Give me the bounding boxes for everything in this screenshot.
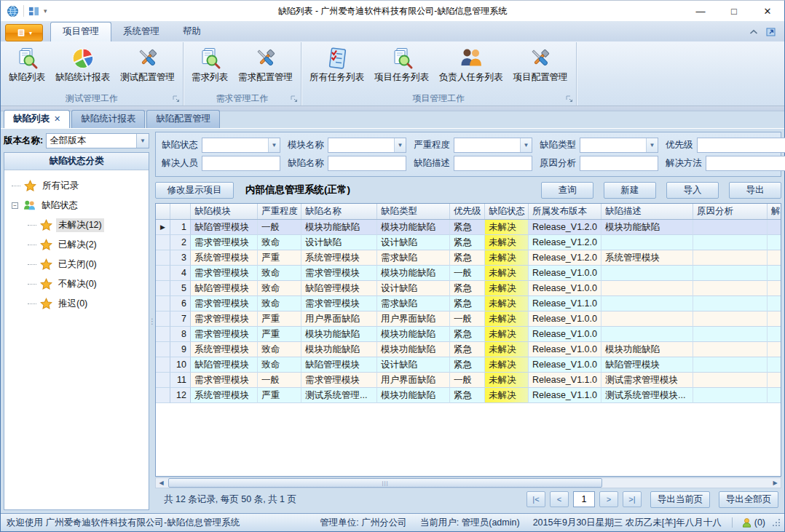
ribbon-button-缺陷统计报表[interactable]: 缺陷统计报表 bbox=[50, 44, 115, 85]
table-row[interactable]: 2需求管理模块致命设计缺陷设计缺陷紧急未解决Release_V1.2.0 bbox=[156, 235, 781, 250]
grid-header-缺陷类型[interactable]: 缺陷类型 bbox=[377, 204, 450, 219]
doc-tab-缺陷配置管理[interactable]: 缺陷配置管理 bbox=[146, 110, 220, 128]
scroll-left-icon[interactable]: ◀ bbox=[156, 478, 167, 488]
grid-header-缺陷名称[interactable]: 缺陷名称 bbox=[301, 204, 377, 219]
tree-item-未解决(12)[interactable]: 未解决(12) bbox=[12, 215, 147, 235]
grid-header-优先级[interactable]: 优先级 bbox=[450, 204, 485, 219]
filter-select-缺陷状态[interactable]: ▼ bbox=[202, 138, 280, 153]
ribbon-tab-系统管理[interactable]: 系统管理 bbox=[111, 23, 171, 41]
grid-header-原因分析[interactable]: 原因分析 bbox=[693, 204, 768, 219]
table-row[interactable]: 7需求管理模块严重用户界面缺陷用户界面缺陷一般未解决Release_V1.0.0 bbox=[156, 311, 781, 327]
tree-item-已解决(2)[interactable]: 已解决(2) bbox=[12, 235, 147, 255]
chevron-down-icon[interactable]: ▼ bbox=[136, 134, 149, 148]
import-button[interactable]: 导入 bbox=[666, 182, 719, 199]
tree-item-所有记录[interactable]: 所有记录 bbox=[12, 176, 147, 196]
filter-input-解决方法[interactable] bbox=[706, 156, 785, 171]
page-number-input[interactable] bbox=[573, 491, 595, 507]
tree-item-已关闭(0)[interactable]: 已关闭(0) bbox=[12, 255, 147, 274]
document-tab-bar: 缺陷列表✕缺陷统计报表缺陷配置管理 bbox=[1, 111, 784, 128]
filter-input-缺陷名称[interactable] bbox=[328, 156, 406, 171]
close-icon[interactable]: ✕ bbox=[54, 114, 60, 124]
doc-tab-缺陷列表[interactable]: 缺陷列表✕ bbox=[4, 110, 70, 128]
tree-item-推迟(0)[interactable]: 推迟(0) bbox=[12, 294, 147, 314]
filter-input-解决人员[interactable] bbox=[202, 156, 280, 171]
prev-page-button[interactable]: < bbox=[550, 491, 569, 507]
table-row[interactable]: 10缺陷管理模块致命缺陷管理模块设计缺陷紧急未解决Release_V1.0.0缺… bbox=[156, 357, 781, 373]
ribbon-button-项目配置管理[interactable]: 项目配置管理 bbox=[508, 44, 573, 85]
resize-grip[interactable] bbox=[773, 519, 780, 526]
table-row[interactable]: 5缺陷管理模块致命缺陷管理模块设计缺陷紧急未解决Release_V1.0.0 bbox=[156, 281, 781, 296]
filter-input-原因分析[interactable] bbox=[580, 156, 658, 171]
new-button[interactable]: 新建 bbox=[604, 182, 656, 199]
ribbon-button-所有任务列表[interactable]: 所有任务列表 bbox=[304, 44, 369, 85]
ribbon-button-需求列表[interactable]: 需求列表 bbox=[186, 44, 233, 85]
cell-缺陷类型: 设计缺陷 bbox=[377, 235, 450, 250]
table-row[interactable]: 11需求管理模块一般需求管理模块用户界面缺陷一般未解决Release_V1.1.… bbox=[156, 373, 781, 388]
sidebar-splitter[interactable]: ⋮ bbox=[149, 129, 155, 513]
grid-header-缺陷状态[interactable]: 缺陷状态 bbox=[485, 204, 529, 219]
quick-access-caret-icon[interactable]: ▾ bbox=[44, 7, 47, 15]
filter-select-缺陷类型[interactable]: ▼ bbox=[580, 138, 658, 153]
ribbon-button-需求配置管理[interactable]: 需求配置管理 bbox=[233, 44, 298, 85]
grid-header-缺陷模块[interactable]: 缺陷模块 bbox=[191, 204, 258, 219]
main-panel: 缺陷状态▼模块名称▼严重程度▼缺陷类型▼优先级▼解决人员缺陷名称缺陷描述原因分析… bbox=[155, 129, 784, 513]
ribbon-tab-项目管理[interactable]: 项目管理 bbox=[50, 22, 111, 41]
chevron-down-icon[interactable]: ▼ bbox=[268, 138, 280, 152]
export-current-page-button[interactable]: 导出当前页 bbox=[650, 491, 710, 508]
export-button[interactable]: 导出 bbox=[729, 182, 781, 199]
table-row[interactable]: 6需求管理模块致命需求管理模块需求缺陷紧急未解决Release_V1.1.0 bbox=[156, 296, 781, 311]
filter-select-严重程度[interactable]: ▼ bbox=[454, 138, 532, 153]
tree-item-缺陷状态[interactable]: −缺陷状态 bbox=[12, 196, 147, 215]
last-page-button[interactable]: >| bbox=[623, 491, 642, 507]
table-row[interactable]: 9系统管理模块致命模块功能缺陷模块功能缺陷紧急未解决Release_V1.0.0… bbox=[156, 342, 781, 357]
grid-header-严重程度[interactable]: 严重程度 bbox=[258, 204, 301, 219]
first-page-button[interactable]: |< bbox=[526, 491, 545, 507]
cell-优先级: 一般 bbox=[450, 373, 485, 388]
application-button[interactable]: ▾ bbox=[5, 24, 43, 41]
grid-header-缺陷描述[interactable]: 缺陷描述 bbox=[601, 204, 693, 219]
minimize-button[interactable]: — bbox=[684, 1, 717, 21]
scrollbar-track[interactable]: ||| bbox=[167, 478, 770, 488]
close-button[interactable]: ✕ bbox=[751, 1, 784, 21]
tree-item-不解决(0)[interactable]: 不解决(0) bbox=[12, 274, 147, 294]
ribbon-group-title: 需求管理工作 bbox=[216, 92, 269, 105]
table-row[interactable]: 4需求管理模块致命需求管理模块模块功能缺陷一般未解决Release_V1.0.0 bbox=[156, 266, 781, 281]
table-row[interactable]: 3系统管理模块严重系统管理模块需求缺陷紧急未解决Release_V1.2.0系统… bbox=[156, 250, 781, 266]
table-row[interactable]: 12系统管理模块严重测试系统管理...模块功能缺陷紧急未解决Release_V1… bbox=[156, 388, 781, 403]
chevron-down-icon[interactable]: ▼ bbox=[394, 138, 406, 152]
grid-header-所属发布版本[interactable]: 所属发布版本 bbox=[529, 204, 601, 219]
table-row[interactable]: ▶1缺陷管理模块一般模块功能缺陷模块功能缺陷紧急未解决Release_V1.2.… bbox=[156, 220, 781, 235]
dialog-launcher-icon[interactable] bbox=[566, 95, 573, 103]
chevron-down-icon[interactable]: ▼ bbox=[646, 138, 658, 152]
chevron-down-icon[interactable]: ▼ bbox=[520, 138, 532, 152]
next-page-button[interactable]: > bbox=[599, 491, 618, 507]
horizontal-scrollbar[interactable]: ◀ ||| ▶ bbox=[155, 477, 781, 488]
dialog-launcher-icon[interactable] bbox=[173, 95, 180, 103]
cell-缺陷模块: 需求管理模块 bbox=[191, 311, 258, 327]
dialog-launcher-icon[interactable] bbox=[291, 95, 298, 103]
ribbon-button-项目任务列表[interactable]: 项目任务列表 bbox=[369, 44, 434, 85]
ribbon-window-icon[interactable] bbox=[765, 26, 777, 38]
tree-expander-icon[interactable]: − bbox=[12, 202, 18, 209]
ribbon-button-负责人任务列表[interactable]: 负责人任务列表 bbox=[434, 44, 508, 85]
ribbon-tab-帮助[interactable]: 帮助 bbox=[171, 23, 213, 41]
scroll-right-icon[interactable]: ▶ bbox=[770, 478, 781, 488]
doc-tab-缺陷统计报表[interactable]: 缺陷统计报表 bbox=[71, 110, 145, 128]
filter-select-模块名称[interactable]: ▼ bbox=[328, 138, 406, 153]
ribbon-button-缺陷列表[interactable]: 缺陷列表 bbox=[4, 44, 50, 85]
filter-input-缺陷描述[interactable] bbox=[454, 156, 532, 171]
ribbon-button-测试配置管理[interactable]: 测试配置管理 bbox=[115, 44, 180, 85]
chevron-up-icon[interactable] bbox=[749, 29, 758, 35]
grid-header-解决方法[interactable]: 解决方法 bbox=[768, 204, 781, 219]
scrollbar-thumb[interactable]: ||| bbox=[168, 478, 602, 488]
filter-label: 模块名称 bbox=[288, 139, 324, 151]
filter-select-优先级[interactable]: ▼ bbox=[697, 138, 785, 153]
export-all-pages-button[interactable]: 导出全部页 bbox=[719, 491, 778, 508]
version-combobox[interactable]: 全部版本 ▼ bbox=[46, 133, 149, 148]
maximize-button[interactable]: □ bbox=[717, 1, 751, 21]
query-button[interactable]: 查询 bbox=[541, 182, 593, 199]
layout-grid-icon[interactable] bbox=[28, 6, 39, 17]
modify-columns-button[interactable]: 修改显示项目 bbox=[155, 182, 234, 199]
table-row[interactable]: 8需求管理模块严重模块功能缺陷模块功能缺陷紧急未解决Release_V1.0.0 bbox=[156, 327, 781, 342]
filter-field-严重程度: 严重程度▼ bbox=[414, 138, 532, 153]
